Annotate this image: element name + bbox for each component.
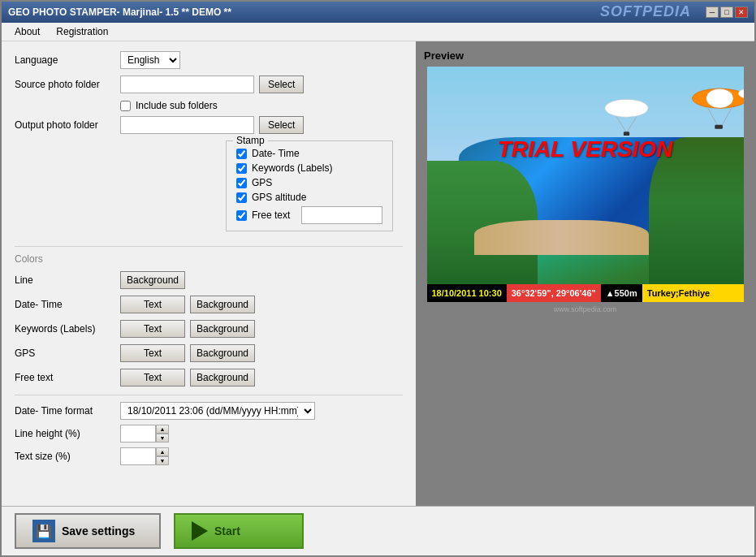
save-icon: 💾: [32, 520, 55, 542]
output-folder-control: C:\Softpedia-STAMPED Select: [120, 116, 304, 134]
right-panel: Preview: [416, 41, 754, 506]
menu-registration[interactable]: Registration: [50, 24, 114, 39]
menu-about[interactable]: About: [8, 24, 46, 39]
text-size-down-btn[interactable]: ▼: [156, 456, 169, 465]
include-subfolders-checkbox[interactable]: [120, 101, 131, 111]
svg-line-2: [626, 117, 636, 132]
color-datetime-label: Date- Time: [15, 299, 120, 310]
datetime-format-label: Date- Time format: [15, 405, 120, 417]
stamp-gps-label: GPS: [252, 177, 272, 188]
watermark: www.softpedia.com: [554, 305, 617, 313]
text-size-label: Text size (%): [15, 451, 120, 462]
colors-section: Colors Line Background Date- Time Text B…: [15, 253, 403, 388]
datetime-format-select[interactable]: 18/10/2011 23:06 (dd/MM/yyyy HH:mm): [120, 402, 315, 420]
color-line-controls: Background: [120, 271, 185, 289]
text-size-input[interactable]: 80: [120, 447, 156, 465]
logo-text: SOFTPEDIA: [600, 3, 691, 20]
title-bar: GEO PHOTO STAMPER- Marjinal- 1.5 ** DEMO…: [2, 2, 754, 23]
color-gps-background-btn[interactable]: Background: [190, 344, 255, 362]
status-coords: 36°32'59", 29°06'46": [507, 284, 601, 302]
svg-line-7: [721, 108, 731, 126]
free-text-input[interactable]: [301, 206, 382, 224]
source-folder-label: Source photo folder: [15, 79, 120, 90]
language-row: Language English Turkish German: [15, 51, 403, 69]
color-gps-controls: Text Background: [120, 344, 255, 362]
left-panel: Language English Turkish German Source p…: [2, 41, 416, 506]
text-size-row: Text size (%) 80 ▲ ▼: [15, 447, 403, 465]
stamp-gps-checkbox[interactable]: [236, 178, 247, 188]
svg-point-5: [706, 89, 733, 108]
status-altitude: ▲550m: [601, 284, 642, 302]
color-datetime-text-btn[interactable]: Text: [120, 296, 185, 313]
color-gps-row: GPS Text Background: [15, 343, 403, 364]
language-label: Language: [15, 54, 120, 66]
stamp-freetext-row: Free text: [236, 206, 382, 224]
stamp-keywords-row: Keywords (Labels): [236, 162, 382, 174]
start-label: Start: [214, 525, 240, 538]
line-height-up-btn[interactable]: ▲: [156, 425, 169, 434]
stamp-gps-alt-label: GPS altitude: [252, 192, 306, 203]
color-keywords-text-btn[interactable]: Text: [120, 320, 185, 338]
source-folder-select-btn[interactable]: Select: [259, 76, 304, 93]
line-height-spinner: ▲ ▼: [156, 425, 169, 443]
stamp-keywords-checkbox[interactable]: [236, 163, 247, 174]
close-button[interactable]: ✕: [735, 6, 748, 18]
svg-rect-3: [623, 132, 629, 136]
colors-divider: [15, 246, 403, 247]
start-button[interactable]: Start: [174, 513, 304, 549]
stamp-row: Stamp Date- Time Keywords (Labels) GPS: [15, 140, 403, 240]
source-folder-input[interactable]: C:\Softpedia: [120, 76, 254, 93]
language-control: English Turkish German: [120, 51, 180, 69]
text-size-up-btn[interactable]: ▲: [156, 447, 169, 456]
save-settings-label: Save settings: [62, 525, 135, 538]
maximize-button[interactable]: □: [720, 6, 733, 18]
source-folder-row: Source photo folder C:\Softpedia Select: [15, 76, 403, 93]
output-folder-row: Output photo folder C:\Softpedia-STAMPED…: [15, 116, 403, 134]
color-line-label: Line: [15, 274, 120, 286]
stamp-keywords-label: Keywords (Labels): [252, 162, 332, 174]
stamp-gps-alt-checkbox[interactable]: [236, 192, 247, 203]
minimize-button[interactable]: ─: [706, 6, 719, 18]
stamp-datetime-checkbox[interactable]: [236, 149, 247, 159]
preview-beach: [474, 220, 649, 256]
source-folder-control: C:\Softpedia Select: [120, 76, 304, 93]
color-keywords-row: Keywords (Labels) Text Background: [15, 318, 403, 339]
main-window: GEO PHOTO STAMPER- Marjinal- 1.5 ** DEMO…: [0, 0, 756, 557]
color-keywords-background-btn[interactable]: Background: [190, 320, 255, 338]
preview-status-bar: 18/10/2011 10:30 36°32'59", 29°06'46" ▲5…: [427, 284, 744, 302]
stamp-group: Stamp Date- Time Keywords (Labels) GPS: [226, 140, 393, 231]
stamp-gps-row: GPS: [236, 177, 382, 188]
preview-label: Preview: [424, 50, 464, 62]
color-freetext-text-btn[interactable]: Text: [120, 369, 185, 386]
color-datetime-controls: Text Background: [120, 296, 255, 313]
line-height-label: Line height (%): [15, 428, 120, 439]
trial-text: TRIAL VERSION: [498, 136, 673, 162]
stamp-freetext-checkbox[interactable]: [236, 210, 247, 221]
color-gps-text-btn[interactable]: Text: [120, 344, 185, 362]
color-line-background-btn[interactable]: Background: [120, 271, 185, 289]
preview-image: TRIAL VERSION 18/10/2011 10:30 36°32'59"…: [427, 67, 744, 302]
window-controls: ─ □ ✕: [706, 6, 748, 18]
line-height-down-btn[interactable]: ▼: [156, 434, 169, 443]
datetime-format-row: Date- Time format 18/10/2011 23:06 (dd/M…: [15, 402, 403, 420]
output-folder-label: Output photo folder: [15, 119, 120, 131]
window-title: GEO PHOTO STAMPER- Marjinal- 1.5 ** DEMO…: [8, 6, 231, 18]
language-select[interactable]: English Turkish German: [120, 51, 180, 69]
svg-rect-8: [715, 124, 723, 128]
color-line-row: Line Background: [15, 270, 403, 291]
output-folder-input[interactable]: C:\Softpedia-STAMPED: [120, 116, 254, 134]
color-keywords-controls: Text Background: [120, 320, 255, 338]
text-size-spinner: ▲ ▼: [156, 447, 169, 465]
stamp-gps-alt-row: GPS altitude: [236, 192, 382, 203]
svg-point-0: [604, 99, 647, 117]
line-height-control: 5 ▲ ▼: [120, 425, 169, 443]
color-freetext-background-btn[interactable]: Background: [190, 369, 255, 386]
stamp-datetime-row: Date- Time: [236, 148, 382, 159]
color-keywords-label: Keywords (Labels): [15, 323, 120, 335]
save-settings-button[interactable]: 💾 Save settings: [15, 513, 161, 549]
color-datetime-background-btn[interactable]: Background: [190, 296, 255, 313]
line-height-input[interactable]: 5: [120, 425, 156, 443]
output-folder-select-btn[interactable]: Select: [259, 116, 304, 134]
include-subfolders-label: Include sub folders: [136, 100, 218, 111]
bottom-divider: [15, 395, 403, 395]
